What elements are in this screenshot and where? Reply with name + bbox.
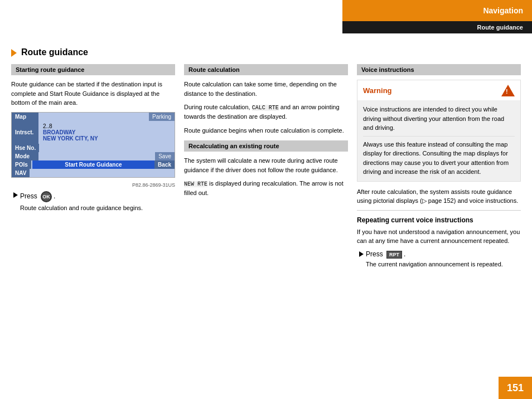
rpt-label: RPT (389, 252, 399, 257)
nav-row-hseno: Hse No. (12, 144, 175, 152)
press-rpt-instruction: Press RPT . (359, 250, 521, 259)
nav-row-pois: POIs Start Route Guidance Back (12, 160, 175, 169)
col3-divider (357, 210, 521, 211)
bullet-arrow (13, 192, 18, 198)
bullet-arrow-rpt (359, 251, 364, 257)
nav-display: Map Parking Intrsct. 2..8 BROADWAY NEW Y… (11, 112, 175, 178)
warning-text1: Voice instructions are intended to direc… (363, 105, 515, 133)
col3-after-text: After route calculation, the system assi… (357, 187, 521, 206)
warning-label: Warning (363, 86, 392, 95)
column-2: Route calculation Route calculation can … (180, 64, 352, 391)
fig-caption: P82.86-2869-31US (11, 182, 175, 188)
press-ok-instruction: Press OK . (13, 191, 175, 202)
col3-repeat-text1: If you have not understood a navigation … (357, 227, 521, 246)
nav-btn-back[interactable]: Back (154, 160, 175, 169)
col1-result: Route calculation and route guidance beg… (20, 203, 175, 213)
nav-row-map: Map Parking (12, 113, 175, 121)
warning-header: Warning (357, 80, 520, 100)
col2-text4: The system will calculate a new route du… (184, 156, 348, 174)
nav-content-mode (38, 152, 155, 160)
warning-body: Voice instructions are intended to direc… (357, 100, 520, 181)
nav-addr-street: BROADWAY (43, 129, 98, 135)
repeat-heading: Repeating current voice instructions (357, 216, 521, 224)
col3-repeat-result: The current navigation announcement is r… (366, 260, 521, 269)
nav-label-nav: NAV (12, 169, 30, 177)
nav-content-map (38, 113, 149, 121)
nav-content-hseno (39, 144, 175, 152)
content-columns: Starting route guidance Route guidance c… (11, 64, 521, 391)
warning-box: Warning Voice instructions are intended … (357, 80, 521, 182)
nav-right-save: Save (155, 152, 175, 160)
nav-label-hseno: Hse No. (12, 144, 39, 152)
nav-right-parking: Parking (149, 113, 175, 121)
col2-text1: Route calculation can take some time, de… (184, 80, 348, 98)
nav-content-intrsct: 2..8 BROADWAY NEW YORK CITY, NY (38, 121, 175, 144)
col2-text5-suffix: is displayed during recalculation. The a… (184, 180, 344, 196)
main-content: Route guidance Starting route guidance R… (0, 0, 532, 399)
col2-subheader: Recalculating an existing route (184, 140, 348, 152)
ok-label: OK (42, 194, 50, 199)
col2-header: Route calculation (184, 64, 348, 75)
col1-intro: Route guidance can be started if the des… (11, 80, 175, 108)
nav-row-intrsct: Intrsct. 2..8 BROADWAY NEW YORK CITY, NY (12, 121, 175, 144)
col3-header: Voice instructions (357, 64, 521, 75)
col2-text5: NEW RTE is displayed during recalculatio… (184, 179, 348, 198)
nav-label-map: Map (12, 113, 38, 121)
warning-divider (363, 136, 515, 137)
warning-icon (501, 84, 515, 97)
nav-btn-pois: POIs (12, 160, 31, 169)
new-rte-code: NEW RTE (184, 181, 207, 187)
press-label-col1: Press OK . (20, 191, 55, 202)
press-text-col3: Press (366, 250, 383, 258)
nav-btn-start-route[interactable]: Start Route Guidance (32, 160, 154, 169)
press-rpt-label: Press RPT . (366, 250, 405, 259)
nav-label-mode: Mode (12, 152, 38, 160)
nav-row-nav: NAV (12, 169, 175, 177)
section-heading: Route guidance (11, 47, 521, 57)
col2-text3: Route guidance begins when route calcula… (184, 126, 348, 135)
warning-text2: Always use this feature instead of consu… (363, 140, 515, 177)
nav-addr-city: NEW YORK CITY, NY (43, 135, 98, 142)
nav-row-mode: Mode Save (12, 152, 175, 160)
nav-address: 2..8 BROADWAY NEW YORK CITY, NY (41, 122, 100, 143)
col2-text2: During route calculation, CALC RTE and a… (184, 103, 348, 121)
section-heading-text: Route guidance (21, 47, 88, 57)
press-text-col1: Press (20, 192, 37, 200)
warning-triangle (501, 85, 515, 96)
ok-button[interactable]: OK (41, 191, 52, 202)
rpt-button[interactable]: RPT (386, 251, 402, 259)
nav-label-intrsct: Intrsct. (12, 121, 38, 144)
calc-rte-code: CALC RTE (252, 105, 279, 111)
section-heading-arrow (11, 49, 17, 57)
column-1: Starting route guidance Route guidance c… (11, 64, 180, 391)
nav-addr-number: 2..8 (43, 123, 98, 129)
column-3: Voice instructions Warning Voice instruc… (352, 64, 521, 391)
col2-text2-prefix: During route calculation, (184, 104, 250, 110)
col1-header: Starting route guidance (11, 64, 175, 75)
